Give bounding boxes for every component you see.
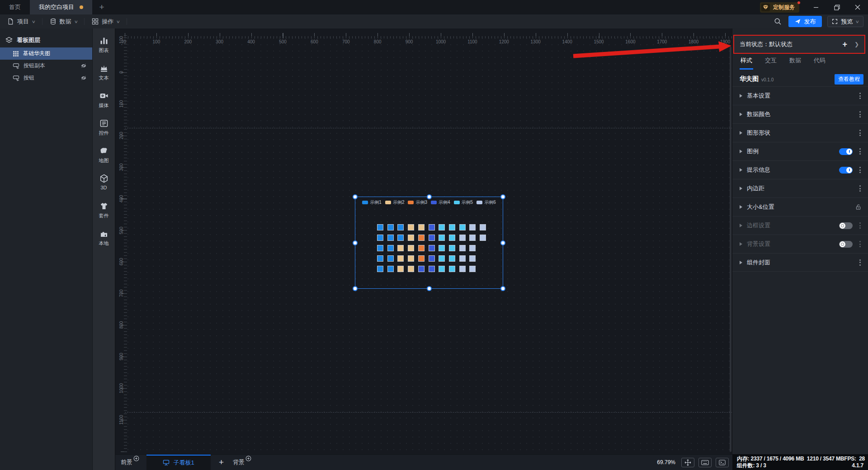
eye-hidden-icon[interactable] bbox=[80, 75, 87, 81]
eye-hidden-icon[interactable] bbox=[80, 63, 87, 69]
section-row-5[interactable]: 内边距 bbox=[732, 179, 868, 197]
waffle-chart-component[interactable]: 示例1示例2示例3示例4示例5示例6 bbox=[355, 197, 503, 289]
fit-view-button[interactable] bbox=[681, 458, 694, 467]
section-row-0[interactable]: 基本设置 bbox=[732, 86, 868, 105]
kebab-menu-icon[interactable] bbox=[859, 221, 862, 230]
toggle-switch[interactable] bbox=[839, 241, 853, 248]
kebab-menu-icon[interactable] bbox=[859, 258, 862, 267]
section-row-3[interactable]: 图例 bbox=[732, 142, 868, 160]
toggle-switch[interactable] bbox=[839, 222, 853, 229]
toolbar-item-1[interactable]: 文本 bbox=[93, 63, 115, 91]
vertical-scrollbar[interactable] bbox=[730, 47, 731, 452]
toolbar-item-label: 本地 bbox=[99, 240, 109, 247]
toggle-switch[interactable] bbox=[839, 148, 853, 155]
toolbar-item-6[interactable]: 套件 bbox=[93, 201, 115, 229]
caret-right-icon[interactable] bbox=[740, 261, 742, 264]
menu-data[interactable]: 数据∨ bbox=[42, 14, 85, 28]
restore-button[interactable] bbox=[826, 0, 847, 14]
chevron-right-icon[interactable]: ❯ bbox=[854, 41, 859, 47]
h-ruler-label: 300 bbox=[216, 39, 223, 44]
preview-button[interactable]: 预览 ∨ bbox=[827, 16, 863, 27]
canvas-area[interactable]: 0100200300400500600700800900100011001200… bbox=[115, 28, 732, 470]
lock-icon[interactable] bbox=[855, 203, 862, 211]
toolbar-item-7[interactable]: 本地 bbox=[93, 229, 115, 256]
section-row-2[interactable]: 图形形状 bbox=[732, 123, 868, 142]
toolbar-item-5[interactable]: 3D bbox=[93, 174, 115, 201]
caret-right-icon[interactable] bbox=[740, 113, 742, 116]
caret-right-icon[interactable] bbox=[740, 224, 742, 227]
resize-handle-ne[interactable] bbox=[500, 194, 505, 199]
keyboard-shortcuts-button[interactable] bbox=[698, 458, 712, 467]
section-row-1[interactable]: 数据颜色 bbox=[732, 105, 868, 123]
custom-service-badge[interactable]: 定制服务 bbox=[760, 2, 799, 13]
toolbar-item-0[interactable]: 图表 bbox=[93, 36, 115, 63]
waffle-cell bbox=[418, 235, 425, 241]
menu-operations[interactable]: 操作∨ bbox=[85, 14, 127, 28]
background-button[interactable]: 背景 bbox=[233, 458, 251, 466]
section-row-8[interactable]: 背景设置 bbox=[732, 235, 868, 253]
caret-right-icon[interactable] bbox=[740, 168, 742, 172]
resize-handle-s[interactable] bbox=[427, 286, 432, 291]
layer-item-0[interactable]: 基础华夫图 bbox=[0, 47, 92, 60]
new-tab-button[interactable]: + bbox=[92, 0, 111, 14]
section-row-9[interactable]: 组件封面 bbox=[732, 253, 868, 272]
caret-right-icon[interactable] bbox=[740, 131, 742, 135]
toolbar-item-4[interactable]: 地图 bbox=[93, 146, 115, 174]
resize-handle-sw[interactable] bbox=[353, 286, 358, 291]
resize-handle-se[interactable] bbox=[500, 286, 505, 291]
section-row-7[interactable]: 边框设置 bbox=[732, 216, 868, 235]
caret-right-icon[interactable] bbox=[740, 150, 742, 153]
layer-item-2[interactable]: 按钮 bbox=[0, 72, 92, 84]
menu-project[interactable]: 项目∨ bbox=[0, 14, 42, 28]
waffle-cell bbox=[469, 266, 476, 272]
inspector-tab-0[interactable]: 样式 bbox=[741, 56, 752, 70]
kebab-menu-icon[interactable] bbox=[859, 110, 862, 118]
resize-handle-e[interactable] bbox=[500, 240, 505, 245]
resize-handle-n[interactable] bbox=[427, 194, 432, 199]
resize-handle-w[interactable] bbox=[353, 240, 358, 245]
toolbar-item-2[interactable]: 媒体 bbox=[93, 91, 115, 118]
toolbar-item-3[interactable]: 控件 bbox=[93, 118, 115, 146]
kebab-menu-icon[interactable] bbox=[859, 166, 862, 174]
kebab-menu-icon[interactable] bbox=[859, 147, 862, 155]
kebab-menu-icon[interactable] bbox=[859, 240, 862, 248]
tab-current-project[interactable]: 我的空白项目 bbox=[30, 0, 92, 14]
inspector-tab-3[interactable]: 代码 bbox=[814, 56, 826, 70]
close-button[interactable] bbox=[847, 0, 868, 14]
inspector-tab-1[interactable]: 交互 bbox=[765, 56, 777, 70]
tab-home[interactable]: 首页 bbox=[0, 0, 30, 14]
resize-handle-nw[interactable] bbox=[353, 194, 358, 199]
publish-button[interactable]: 发布 bbox=[788, 16, 822, 27]
section-row-4[interactable]: 提示信息 bbox=[732, 160, 868, 179]
caret-right-icon[interactable] bbox=[740, 242, 742, 246]
kebab-menu-icon[interactable] bbox=[859, 184, 862, 193]
layer-item-1[interactable]: 按钮副本 bbox=[0, 60, 92, 72]
caret-right-icon[interactable] bbox=[740, 187, 742, 190]
foreground-label: 前景 bbox=[121, 458, 132, 466]
legend-item-4: 示例5 bbox=[454, 199, 473, 206]
add-board-button[interactable]: + bbox=[219, 457, 224, 467]
add-foreground-icon[interactable] bbox=[133, 456, 139, 461]
section-row-6[interactable]: 大小&位置 bbox=[732, 197, 868, 216]
add-background-icon[interactable] bbox=[245, 456, 251, 461]
toggle-switch[interactable] bbox=[839, 167, 853, 174]
minimize-button[interactable] bbox=[806, 0, 826, 14]
current-state-bar[interactable]: 当前状态：默认状态 + ❯ bbox=[734, 36, 864, 53]
foreground-button[interactable]: 前景 bbox=[121, 458, 139, 466]
add-state-button[interactable]: + bbox=[842, 40, 847, 49]
board-tab-active[interactable]: 子看板1 bbox=[146, 455, 211, 470]
waffle-cell bbox=[439, 255, 445, 262]
layers-panel-title: 看板图层 bbox=[17, 36, 40, 44]
v-ruler-label: 300 bbox=[119, 163, 124, 171]
inspector-tab-2[interactable]: 数据 bbox=[789, 56, 801, 70]
terminal-button[interactable] bbox=[716, 458, 729, 467]
waffle-cell bbox=[449, 255, 455, 262]
caret-right-icon[interactable] bbox=[740, 94, 742, 98]
view-tutorial-button[interactable]: 查看教程 bbox=[835, 74, 863, 85]
waffle-cell bbox=[418, 266, 425, 272]
caret-right-icon[interactable] bbox=[740, 205, 742, 209]
search-icon[interactable] bbox=[772, 16, 783, 27]
kebab-menu-icon[interactable] bbox=[859, 92, 862, 100]
kebab-menu-icon[interactable] bbox=[859, 129, 862, 137]
section-label: 边框设置 bbox=[747, 221, 770, 230]
